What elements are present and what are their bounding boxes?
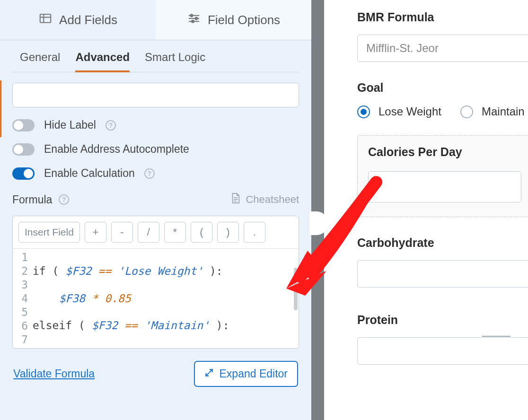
- panel-body: General Advanced Smart Logic Hide Label …: [0, 40, 311, 420]
- formula-header: Formula ? Cheatsheet: [12, 192, 299, 207]
- protein-input[interactable]: [357, 337, 528, 365]
- op-dot-button[interactable]: .: [244, 222, 265, 243]
- tab-field-options-label: Field Options: [208, 13, 280, 27]
- cheatsheet-link[interactable]: Cheatsheet: [230, 192, 299, 207]
- bmr-formula-label: BMR Formula: [357, 10, 528, 24]
- bmr-formula-select[interactable]: Mifflin-St. Jeor: [357, 35, 528, 62]
- svg-point-8: [192, 20, 194, 22]
- formula-label-wrap: Formula ?: [12, 193, 69, 206]
- enable-calculation-toggle[interactable]: [12, 167, 35, 180]
- default-value-input[interactable]: [12, 83, 299, 107]
- expand-icon: [204, 368, 214, 380]
- op-rparen-button[interactable]: ): [217, 222, 239, 243]
- goal-maintain-option[interactable]: Maintain: [460, 105, 525, 118]
- help-icon[interactable]: ?: [106, 120, 116, 131]
- right-preview-panel: BMR Formula Mifflin-St. Jeor Goal Lose W…: [348, 0, 528, 420]
- op-divide-button[interactable]: /: [138, 222, 159, 243]
- help-icon[interactable]: ?: [144, 168, 155, 179]
- carbohydrate-input[interactable]: [357, 260, 528, 288]
- enable-calculation-row: Enable Calculation ?: [12, 167, 299, 180]
- calories-per-day-field[interactable]: Calories Per Day: [357, 135, 528, 217]
- address-autocomplete-toggle[interactable]: [12, 143, 35, 156]
- sliders-icon: [187, 11, 201, 29]
- goal-maintain-label: Maintain: [482, 105, 525, 118]
- add-fields-icon: [38, 11, 53, 29]
- top-tabs: Add Fields Field Options: [0, 0, 311, 40]
- svg-point-6: [190, 14, 193, 17]
- line-gutter: 1234567: [13, 251, 33, 346]
- cheatsheet-text: Cheatsheet: [246, 193, 299, 206]
- bmr-formula-value: Mifflin-St. Jeor: [366, 42, 439, 55]
- editor-footer: Validate Formula Expand Editor: [12, 361, 299, 387]
- radio-icon: [357, 105, 370, 118]
- op-lparen-button[interactable]: (: [191, 222, 212, 243]
- validate-formula-link[interactable]: Validate Formula: [13, 368, 95, 380]
- radio-icon: [460, 105, 473, 118]
- panel-divider[interactable]: [311, 0, 324, 420]
- help-icon[interactable]: ?: [59, 194, 69, 205]
- svg-rect-0: [40, 14, 51, 23]
- goal-label: Goal: [357, 81, 528, 95]
- tab-add-fields[interactable]: Add Fields: [0, 0, 156, 40]
- sub-tab-smart-logic[interactable]: Smart Logic: [145, 51, 205, 72]
- op-minus-button[interactable]: -: [111, 222, 133, 243]
- goal-radio-group: Lose Weight Maintain: [357, 105, 528, 118]
- formula-editor: Insert Field + - / * ( ) . 1234567 if ( …: [12, 216, 299, 349]
- sub-tab-general[interactable]: General: [20, 51, 60, 72]
- sub-tabs: General Advanced Smart Logic: [12, 40, 299, 72]
- protein-label: Protein: [357, 313, 528, 327]
- calories-input[interactable]: [368, 171, 521, 202]
- panel-divider-handle[interactable]: [309, 211, 328, 235]
- operator-row: Insert Field + - / * ( ) .: [13, 216, 299, 249]
- tab-field-options[interactable]: Field Options: [156, 0, 311, 40]
- tab-add-fields-label: Add Fields: [59, 13, 117, 27]
- carbohydrate-label: Carbohydrate: [357, 236, 528, 250]
- formula-label: Formula: [12, 193, 52, 206]
- goal-lose-option[interactable]: Lose Weight: [357, 105, 441, 118]
- goal-lose-label: Lose Weight: [378, 105, 441, 118]
- op-multiply-button[interactable]: *: [164, 222, 186, 243]
- hide-label-row: Hide Label ?: [12, 119, 299, 131]
- sub-tab-advanced[interactable]: Advanced: [75, 51, 130, 72]
- expand-editor-button[interactable]: Expand Editor: [194, 361, 298, 387]
- address-autocomplete-text: Enable Address Autocomplete: [44, 143, 189, 156]
- insert-field-button[interactable]: Insert Field: [18, 222, 80, 243]
- enable-calculation-text: Enable Calculation: [44, 167, 135, 180]
- code-scrollbar[interactable]: [294, 268, 298, 310]
- expand-editor-label: Expand Editor: [220, 368, 288, 380]
- address-autocomplete-row: Enable Address Autocomplete: [12, 143, 299, 156]
- code-lines[interactable]: if ( $F32 == 'Lose Weight' ): $F38 * 0.8…: [33, 251, 299, 346]
- code-area[interactable]: 1234567 if ( $F32 == 'Lose Weight' ): $F…: [13, 249, 299, 348]
- hide-label-text: Hide Label: [44, 119, 96, 131]
- left-panel: Add Fields Field Options General Advance…: [0, 0, 311, 420]
- hide-label-toggle[interactable]: [12, 119, 35, 131]
- document-icon: [230, 192, 241, 207]
- op-plus-button[interactable]: +: [85, 222, 106, 243]
- active-field-indicator: [0, 80, 1, 137]
- calories-label: Calories Per Day: [368, 145, 521, 159]
- svg-point-7: [195, 17, 197, 19]
